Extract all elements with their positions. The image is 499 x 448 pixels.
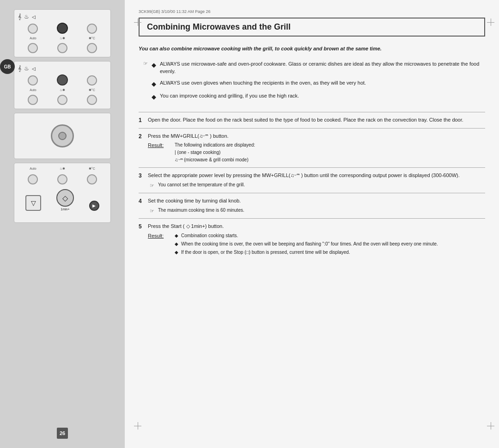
bullet-diamond-3: ◆: [152, 92, 156, 102]
step-5-result: Result: ◆ Combination cooking starts. ◆ …: [148, 232, 485, 257]
bullet-diamond-1: ◆: [152, 61, 156, 70]
large-dial-inner: [58, 132, 67, 140]
step-4-text: Set the cooking time by turning dial kno…: [148, 198, 241, 203]
step-3-note-text: You cannot set the temperature of the gr…: [158, 181, 245, 188]
step-num-1: 1: [139, 116, 148, 124]
knob-1[interactable]: [28, 24, 38, 34]
knob-p2-1[interactable]: [28, 75, 38, 86]
knob-p2-2[interactable]: [57, 74, 68, 86]
result-content-5: ◆ Combination cooking starts. ◆ When the…: [175, 232, 438, 257]
page-title: Combining Microwaves and the Grill: [147, 22, 477, 32]
bullet-item-3: ◆ You can improve cooking and grilling, …: [152, 92, 485, 102]
bullet-icon-5-3: ◆: [175, 249, 178, 256]
step-2: 2 Press the MW+GRILL(♫ᵕᵐ ) button. Resul…: [139, 128, 485, 168]
step-2-result: Result: The following indications are di…: [148, 141, 485, 164]
note-icon-1: ☞: [143, 61, 148, 67]
step-3: 3 Select the appropriate power level by …: [139, 167, 485, 193]
result-bullet-5-2: ◆ When the cooking time is over, the ove…: [175, 240, 438, 248]
knob-p2-b3[interactable]: [87, 95, 97, 105]
knob-p2-b1[interactable]: [28, 95, 38, 105]
page-header-meta: 3CK99(GB) 3/10/00 11:32 AM Page 26: [139, 9, 485, 14]
result-line-3: ♫ᵕᵐ (microwave & grill combi mode): [175, 156, 255, 164]
step-1-content: Open the door. Place the food on the rac…: [148, 116, 485, 124]
bullet-text-2: ALWAYS use oven gloves when touching the…: [160, 79, 366, 87]
bullet-item-2: ◆ ALWAYS use oven gloves when touching t…: [152, 79, 485, 89]
knob-3[interactable]: [87, 24, 97, 34]
step-3-content: Select the appropriate power level by pr…: [148, 172, 485, 189]
panel-4: Auto ♨✱ ✱°C ▽ ◇ 1min+: [14, 163, 111, 223]
result-bullet-5-1: ◆ Combination cooking starts.: [175, 232, 438, 239]
knob-b1[interactable]: [28, 43, 38, 53]
knob-p2-b2[interactable]: [57, 95, 67, 105]
step-2-content: Press the MW+GRILL(♫ᵕᵐ ) button. Result:…: [148, 132, 485, 164]
knob-p4-3[interactable]: [87, 174, 97, 184]
steps-container: 1 Open the door. Place the food on the r…: [139, 112, 485, 261]
panel-3-dial: [14, 113, 111, 159]
result-bullet-text-5-3: If the door is open, or the Stop (□) but…: [181, 249, 350, 256]
step-num-2: 2: [139, 132, 148, 141]
step-num-5: 5: [139, 222, 148, 231]
result-line-2: | (one - stage cooking): [175, 149, 255, 156]
panel-2: 𝄞 ♨ ◁ Auto ♨✱ ✱°C: [14, 61, 111, 109]
note-icon-4: ☞: [150, 207, 154, 215]
note-icon-3: ☞: [150, 182, 154, 190]
result-bullet-text-5-1: Combination cooking starts.: [181, 232, 238, 239]
bullet-icon-5-1: ◆: [175, 232, 178, 239]
bullet-section: ☞ ◆ ALWAYS use microwave-safe and oven-p…: [139, 60, 485, 105]
step-5-text: Press the Start ( ◇ 1min+) button.: [148, 223, 224, 229]
bullet-item-1: ◆ ALWAYS use microwave-safe and oven-pro…: [152, 60, 485, 75]
gb-badge: GB: [0, 59, 15, 74]
step-2-text: Press the MW+GRILL(♫ᵕᵐ ) button.: [148, 133, 229, 139]
step-4-note-text: The maximum cooking time is 60 minutes.: [158, 207, 244, 214]
knob-b3[interactable]: [87, 43, 97, 53]
step-1-text: Open the door. Place the food on the rac…: [148, 117, 463, 123]
step-3-text: Select the appropriate power level by pr…: [148, 172, 460, 178]
knob-p2-3[interactable]: [87, 75, 97, 86]
result-label-2: Result:: [148, 141, 170, 149]
result-label-5: Result:: [148, 232, 170, 240]
result-line-1: The following indications are displayed:: [175, 141, 255, 149]
knob-p4-1[interactable]: [28, 174, 38, 184]
bullet-text-3: You can improve cooking and grilling, if…: [160, 92, 299, 100]
large-dial[interactable]: [51, 124, 74, 147]
step-num-4: 4: [139, 197, 148, 205]
page-number: 26: [57, 428, 68, 439]
result-bullet-5-3: ◆ If the door is open, or the Stop (□) b…: [175, 249, 438, 256]
intro-text: You can also combine microwave cooking w…: [139, 45, 485, 53]
step-4-note: ☞ The maximum cooking time is 60 minutes…: [148, 207, 485, 215]
step-1: 1 Open the door. Place the food on the r…: [139, 112, 485, 128]
result-content-2: The following indications are displayed:…: [175, 141, 255, 164]
step-5: 5 Press the Start ( ◇ 1min+) button. Res…: [139, 218, 485, 261]
bullet-diamond-2: ◆: [152, 80, 156, 89]
sidebar: GB 𝄞 ♨ ◁ Auto ♨✱ ✱°C: [0, 0, 125, 448]
knob-p4-2[interactable]: [57, 174, 67, 184]
step-3-note: ☞ You cannot set the temperature of the …: [148, 181, 485, 190]
panel-group: 𝄞 ♨ ◁ Auto ♨✱ ✱°C: [14, 9, 111, 223]
panel-1: 𝄞 ♨ ◁ Auto ♨✱ ✱°C: [14, 9, 111, 57]
main-content: 3CK99(GB) 3/10/00 11:32 AM Page 26 Combi…: [125, 0, 499, 448]
step-4: 4 Set the cooking time by turning dial k…: [139, 193, 485, 218]
knob-2-highlighted[interactable]: [57, 23, 68, 34]
step-5-content: Press the Start ( ◇ 1min+) button. Resul…: [148, 222, 485, 257]
result-bullet-text-5-2: When the cooking time is over, the oven …: [181, 240, 438, 248]
step-num-3: 3: [139, 172, 148, 180]
bullet-icon-5-2: ◆: [175, 240, 178, 248]
step-4-content: Set the cooking time by turning dial kno…: [148, 197, 485, 215]
bullet-text-1: ALWAYS use microwave-safe and oven-proof…: [160, 60, 485, 75]
knob-b2[interactable]: [57, 43, 67, 53]
title-box: Combining Microwaves and the Grill: [139, 18, 485, 37]
